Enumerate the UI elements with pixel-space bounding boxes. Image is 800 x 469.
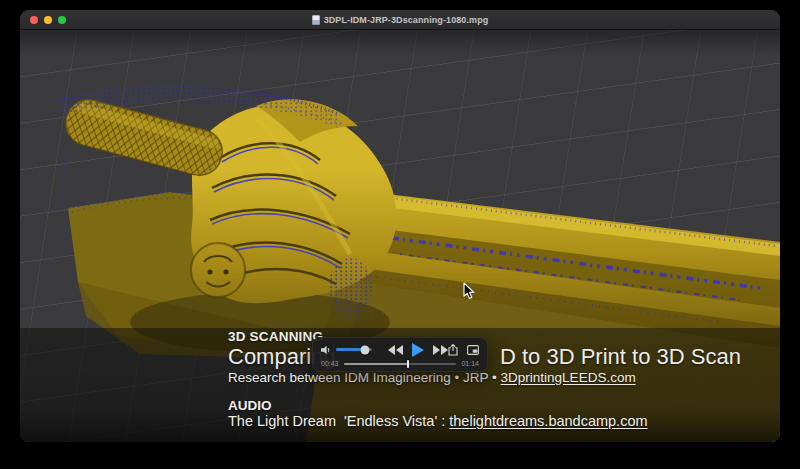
play-icon[interactable] — [412, 343, 424, 357]
audio-credit-prefix: The Light Dream 'Endless Vista' : — [228, 413, 449, 429]
minimize-button[interactable] — [44, 16, 52, 24]
timeline-playhead[interactable] — [407, 360, 409, 368]
rewind-icon[interactable] — [388, 345, 403, 355]
volume-knob[interactable] — [360, 345, 369, 354]
quicktime-player-window: 3DPL-IDM-JRP-3Dscanning-1080.mpg — [20, 10, 780, 442]
window-title: 3DPL-IDM-JRP-3Dscanning-1080.mpg — [324, 15, 489, 25]
fullscreen-button[interactable] — [58, 16, 66, 24]
traffic-light-buttons — [30, 10, 66, 30]
video-canvas[interactable]: IDM L — [20, 30, 780, 442]
window-titlebar[interactable]: 3DPL-IDM-JRP-3Dscanning-1080.mpg — [20, 10, 780, 30]
timeline-scrubber[interactable] — [344, 363, 456, 365]
close-button[interactable] — [30, 16, 38, 24]
window-title-group: 3DPL-IDM-JRP-3Dscanning-1080.mpg — [312, 15, 489, 25]
volume-slider[interactable] — [336, 348, 372, 351]
lion-head-ornament — [191, 243, 245, 297]
caption-text-block: 3D SCANNING Comparing D to 3D Print to 3… — [228, 330, 768, 429]
research-credit-prefix: Research between IDM Imagineering • JRP … — [228, 370, 501, 385]
caption-heading: 3D SCANNING — [228, 330, 768, 344]
picture-in-picture-icon[interactable] — [467, 345, 479, 355]
fast-forward-icon[interactable] — [433, 345, 448, 355]
timeline-row: 00:43 01:14 — [321, 358, 479, 369]
caption-subtitle-right: D to 3D Print to 3D Scan — [500, 344, 741, 370]
timeline-played — [344, 363, 408, 365]
caption-subtitle: Comparing D to 3D Print to 3D Scan — [228, 344, 768, 370]
controls-top-row — [321, 341, 479, 358]
document-icon — [312, 15, 320, 25]
elapsed-time: 00:43 — [321, 359, 339, 369]
desktop-background: 3DPL-IDM-JRP-3Dscanning-1080.mpg — [0, 0, 800, 469]
research-credit-line: Research between IDM Imagineering • JRP … — [228, 370, 768, 385]
playback-controls: 00:43 01:14 — [312, 337, 488, 372]
duration-time: 01:14 — [461, 359, 479, 369]
audio-credit-line: The Light Dream 'Endless Vista' : thelig… — [228, 413, 768, 429]
transport-buttons — [388, 343, 448, 357]
bandcamp-link-text: thelightdreams.bandcamp.com — [449, 413, 647, 429]
speaker-icon[interactable] — [321, 345, 332, 355]
leeds-link-text: 3DprintingLEEDS.com — [501, 370, 636, 385]
utility-buttons — [448, 344, 479, 356]
share-icon[interactable] — [448, 344, 458, 356]
audio-heading: AUDIO — [228, 398, 768, 413]
